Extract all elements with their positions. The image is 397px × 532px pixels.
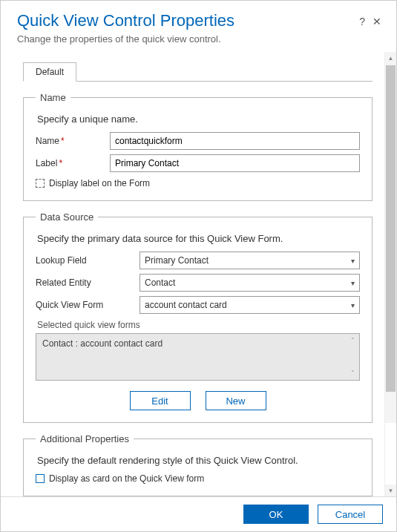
display-as-card-checkbox[interactable]: Display as card on the Quick View form xyxy=(36,473,360,484)
display-label-text: Display label on the Form xyxy=(49,178,150,188)
additional-legend: Additional Properties xyxy=(36,433,134,444)
chevron-down-icon[interactable]: ˅ xyxy=(351,370,355,377)
close-icon[interactable]: ✕ xyxy=(373,16,381,27)
additional-desc: Specify the default rendering style of t… xyxy=(37,455,360,466)
chevron-down-icon: ▾ xyxy=(351,257,355,265)
dialog-window: Quick View Control Properties ? ✕ Change… xyxy=(0,0,397,532)
display-as-card-text: Display as card on the Quick View form xyxy=(49,473,204,484)
data-source-legend: Data Source xyxy=(36,211,98,223)
data-source-desc: Specify the primary data source for this… xyxy=(37,233,360,244)
chevron-down-icon: ▾ xyxy=(351,301,355,309)
help-icon[interactable]: ? xyxy=(359,16,365,27)
chevron-up-icon[interactable]: ˄ xyxy=(351,337,355,344)
name-input[interactable] xyxy=(110,132,360,150)
display-label-checkbox[interactable]: Display label on the Form xyxy=(36,178,360,188)
scroll-up-icon[interactable]: ▲ xyxy=(385,52,396,64)
dialog-footer: OK Cancel xyxy=(1,496,396,531)
checkbox-icon xyxy=(36,179,45,188)
dialog-title: Quick View Control Properties xyxy=(17,11,234,30)
checkbox-icon xyxy=(36,474,45,483)
lookup-field-select[interactable]: Primary Contact ▾ xyxy=(140,252,360,269)
related-entity-label: Related Entity xyxy=(36,278,140,288)
dialog-subtitle: Change the properties of the quick view … xyxy=(17,33,381,45)
scroll-thumb[interactable] xyxy=(386,65,396,392)
dialog-header: Quick View Control Properties ? ✕ Change… xyxy=(1,1,396,52)
name-legend: Name xyxy=(36,92,70,103)
selected-form-item: Contact : account contact card xyxy=(42,338,163,349)
cancel-button[interactable]: Cancel xyxy=(318,505,383,524)
label-label: Label* xyxy=(36,158,110,168)
additional-properties-section: Additional Properties Specify the defaul… xyxy=(23,433,373,496)
quick-view-form-label: Quick View Form xyxy=(36,300,140,310)
ok-button[interactable]: OK xyxy=(243,505,309,524)
name-label: Name* xyxy=(36,136,110,146)
tab-default[interactable]: Default xyxy=(23,62,76,82)
scrollbar[interactable]: ▲ ▼ xyxy=(384,52,396,496)
data-source-section: Data Source Specify the primary data sou… xyxy=(23,211,373,423)
selected-forms-label: Selected quick view forms xyxy=(37,320,360,330)
dialog-content: Default Name Specify a unique name. Name… xyxy=(1,52,384,496)
quick-view-form-select[interactable]: account contact card ▾ xyxy=(140,296,360,314)
new-button[interactable]: New xyxy=(206,391,266,410)
related-entity-select[interactable]: Contact ▾ xyxy=(140,274,360,292)
lookup-field-label: Lookup Field xyxy=(36,255,140,266)
chevron-down-icon: ▾ xyxy=(351,279,355,287)
name-section: Name Specify a unique name. Name* Label* xyxy=(23,92,373,201)
name-desc: Specify a unique name. xyxy=(37,114,360,125)
selected-forms-list[interactable]: Contact : account contact card ˄ ˅ xyxy=(36,333,360,381)
scroll-down-icon[interactable]: ▼ xyxy=(385,485,396,496)
label-input[interactable] xyxy=(110,154,360,172)
edit-button[interactable]: Edit xyxy=(130,391,191,410)
